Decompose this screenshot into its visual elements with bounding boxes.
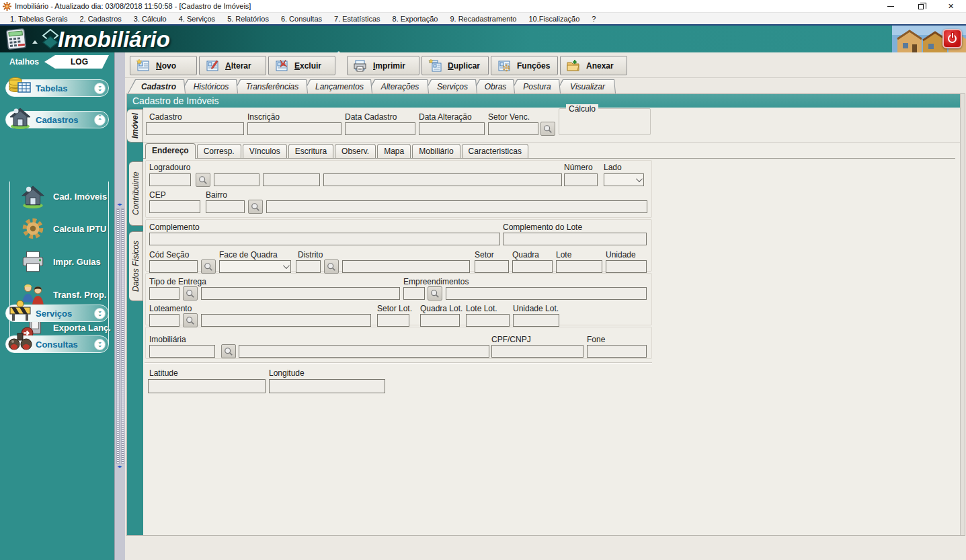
quadra-lot-input[interactable] — [420, 314, 460, 327]
close-button[interactable]: ✕ — [936, 0, 966, 13]
setor-input[interactable] — [475, 260, 509, 273]
splitter-collapse-arrows-icon[interactable]: ◂▸ — [115, 202, 124, 207]
dtab-mapa[interactable]: Mapa — [377, 144, 411, 158]
duplicar-button[interactable]: Duplicar — [421, 56, 489, 75]
lote-lot-input[interactable] — [466, 314, 510, 327]
setor-venc-search-button[interactable] — [540, 122, 555, 136]
tab-transferencias[interactable]: Transferências — [233, 79, 308, 93]
banner-dropdown-arrow-icon[interactable] — [32, 40, 38, 44]
dtab-vinculos[interactable]: Vínculos — [243, 144, 287, 158]
empreendimentos-search-button[interactable] — [428, 286, 442, 301]
logradouro-name-input[interactable] — [323, 173, 562, 186]
menu-cadastros[interactable]: 2. Cadastros — [73, 14, 127, 24]
logradouro-search-button[interactable] — [196, 173, 210, 187]
imobiliaria-search-button[interactable] — [221, 344, 236, 358]
bairro-code-input[interactable] — [206, 200, 245, 213]
sidebar-group-consultas[interactable]: Consultas ⌄⌄ — [5, 335, 109, 353]
cpf-cnpj-input[interactable] — [491, 345, 583, 358]
restore-button[interactable] — [905, 0, 936, 13]
dtab-observ[interactable]: Observ. — [335, 144, 376, 158]
menu-servicos[interactable]: 4. Serviços — [173, 14, 221, 24]
fone-input[interactable] — [587, 345, 647, 358]
menu-exportacao[interactable]: 8. Exportação — [387, 14, 444, 24]
cod-secao-search-button[interactable] — [201, 259, 216, 274]
funcoes-button[interactable]: Funções — [491, 56, 558, 75]
tipo-entrega-name-input[interactable] — [201, 287, 400, 300]
splitter-handle[interactable] — [121, 208, 124, 464]
menu-relatorios[interactable]: 5. Relatórios — [221, 14, 275, 24]
setor-venc-input[interactable] — [488, 122, 538, 135]
power-exit-button[interactable] — [942, 29, 962, 48]
imobiliaria-name-input[interactable] — [239, 345, 489, 358]
unidade-lot-input[interactable] — [513, 314, 559, 327]
cod-secao-input[interactable] — [149, 260, 198, 273]
side-tab-contribuinte[interactable]: Contribuinte — [129, 161, 143, 226]
sidebar-tab-log[interactable]: LOG — [44, 55, 109, 69]
sidebar-item-cad-imoveis[interactable]: Cad. Imóveis — [19, 182, 114, 211]
data-cadastro-input[interactable] — [345, 122, 415, 135]
anexar-button[interactable]: Anexar — [560, 56, 627, 75]
sidebar-tab-atalhos[interactable]: Atalhos — [9, 57, 39, 67]
unidade-input[interactable] — [606, 260, 647, 273]
splitter-collapse-arrows-icon[interactable]: ◂▸ — [115, 464, 124, 469]
excluir-button[interactable]: Excluir — [268, 56, 335, 75]
menu-estatisticas[interactable]: 7. Estatísticas — [328, 14, 386, 24]
empreendimentos-name-input[interactable] — [446, 287, 647, 300]
distrito-code-input[interactable] — [296, 260, 321, 273]
menu-calculo[interactable]: 3. Cálculo — [128, 14, 173, 24]
cep-input[interactable] — [149, 200, 200, 213]
chevron-down-icon[interactable]: ⌄⌄ — [94, 83, 106, 94]
chevron-up-icon[interactable]: ⌃⌃ — [94, 114, 106, 126]
latitude-input[interactable] — [148, 379, 266, 393]
tab-alteracoes[interactable]: Alterações — [367, 79, 429, 93]
tab-servicos[interactable]: Serviços — [424, 79, 477, 93]
dtab-endereco[interactable]: Endereço — [145, 143, 196, 159]
quadra-input[interactable] — [512, 260, 553, 273]
logradouro-code-input[interactable] — [149, 173, 191, 186]
chevron-down-icon[interactable]: ⌄⌄ — [94, 339, 106, 350]
loteamento-search-button[interactable] — [183, 313, 198, 327]
loteamento-code-input[interactable] — [149, 314, 179, 327]
bairro-search-button[interactable] — [248, 200, 263, 214]
distrito-search-button[interactable] — [324, 259, 339, 274]
tab-cadastro[interactable]: Cadastro — [128, 79, 186, 93]
longitude-input[interactable] — [269, 379, 385, 393]
tab-obras[interactable]: Obras — [472, 79, 515, 93]
dtab-mobiliario[interactable]: Mobiliário — [412, 144, 460, 158]
minimize-button[interactable] — [875, 0, 905, 13]
side-tab-imovel[interactable]: Imóvel — [127, 109, 143, 143]
lado-select[interactable] — [604, 173, 644, 186]
novo-button[interactable]: Novo — [130, 56, 197, 75]
tipo-entrega-code-input[interactable] — [149, 287, 179, 300]
tab-postura[interactable]: Postura — [510, 79, 561, 93]
splitter-handle[interactable] — [116, 208, 120, 464]
tab-historicos[interactable]: Históricos — [180, 79, 238, 93]
sidebar-group-tabelas[interactable]: Tabelas ⌄⌄ — [5, 79, 109, 97]
sidebar-group-cadastros[interactable]: Cadastros ⌃⌃ — [5, 111, 109, 128]
complemento-lote-input[interactable] — [503, 233, 647, 245]
content-scrollbar[interactable] — [960, 94, 965, 535]
distrito-name-input[interactable] — [342, 260, 470, 273]
complemento-input[interactable] — [149, 233, 500, 245]
dtab-corresp[interactable]: Corresp. — [197, 144, 241, 158]
tab-visualizar[interactable]: Visualizar — [555, 79, 616, 93]
empreendimentos-code-input[interactable] — [403, 287, 425, 300]
alterar-button[interactable]: Alterar — [199, 56, 266, 75]
numero-input[interactable] — [564, 173, 598, 186]
face-quadra-select[interactable] — [219, 260, 291, 273]
loteamento-name-input[interactable] — [201, 314, 371, 327]
menu-consultas[interactable]: 6. Consultas — [275, 14, 328, 24]
sidebar-item-impr-guias[interactable]: Impr. Guias — [19, 247, 114, 276]
inscricao-input[interactable] — [247, 122, 341, 135]
lote-input[interactable] — [556, 260, 602, 273]
data-alteracao-input[interactable] — [419, 122, 485, 135]
sidebar-splitter[interactable]: ◂▸ ◂▸ — [114, 52, 125, 560]
sidebar-group-servicos[interactable]: Serviços ⌄⌄ — [5, 305, 109, 322]
tab-lancamentos[interactable]: Lançamentos — [303, 79, 372, 93]
sidebar-item-calcula-iptu[interactable]: Calcula IPTU — [19, 214, 114, 243]
setor-lot-input[interactable] — [377, 314, 409, 327]
cadastro-input[interactable] — [146, 122, 244, 135]
menu-fiscalizacao[interactable]: 10.Fiscalização — [522, 14, 586, 24]
imobiliaria-code-input[interactable] — [149, 345, 215, 358]
chevron-down-icon[interactable]: ⌄⌄ — [94, 308, 106, 319]
